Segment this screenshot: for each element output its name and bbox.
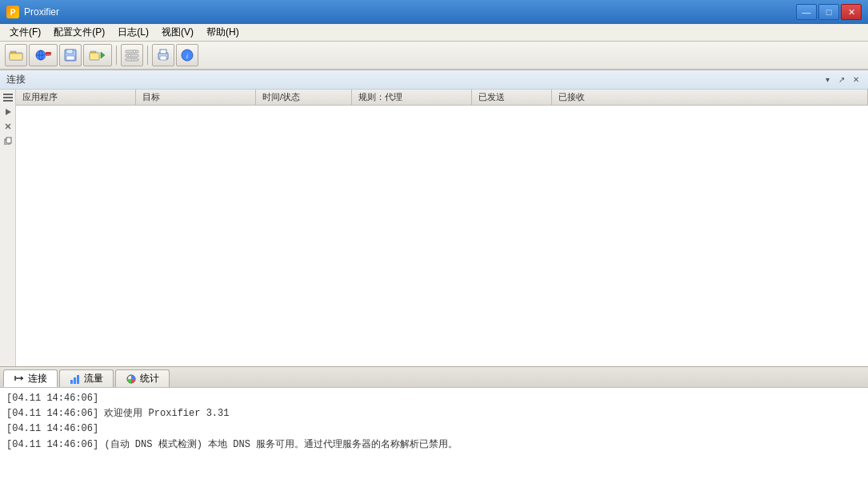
bottom-content: 连接 流量 统计 [04.11 14:46:06] [04.11 14:46:0… xyxy=(0,366,868,503)
tab-connections[interactable]: 连接 xyxy=(3,369,58,387)
traffic-icon xyxy=(70,373,81,385)
copy-icon[interactable] xyxy=(2,134,14,147)
col-sent[interactable]: 已发送 xyxy=(472,90,552,105)
menu-bar: 文件(F) 配置文件(P) 日志(L) 视图(V) 帮助(H) xyxy=(0,24,868,42)
window-title: Proxifier xyxy=(24,6,59,18)
svg-rect-15 xyxy=(126,54,138,57)
col-rule[interactable]: 规则：代理 xyxy=(352,90,472,105)
svg-rect-9 xyxy=(66,50,73,54)
col-time[interactable]: 时间/状态 xyxy=(256,90,352,105)
col-target[interactable]: 目标 xyxy=(136,90,256,105)
globe-button[interactable]: com xyxy=(29,44,58,66)
menu-file[interactable]: 文件(F) xyxy=(3,24,47,41)
panel-close-button[interactable]: ✕ xyxy=(850,74,862,86)
panel-title: 连接 xyxy=(6,73,26,86)
title-left: P Proxifier xyxy=(6,6,59,18)
panel-controls: ▾ ↗ ✕ xyxy=(822,74,862,86)
svg-rect-12 xyxy=(90,53,99,60)
left-icon-bar xyxy=(0,90,16,366)
svg-point-17 xyxy=(134,50,136,53)
minimize-button[interactable]: — xyxy=(796,4,817,20)
separator-2 xyxy=(147,46,148,65)
svg-rect-32 xyxy=(6,138,11,143)
print-button[interactable] xyxy=(152,44,174,66)
toolbar: com xyxy=(0,42,868,70)
svg-marker-34 xyxy=(21,376,23,381)
log-line-4: [04.11 14:46:06] (自动 DNS 模式检测) 本地 DNS 服务… xyxy=(6,437,862,453)
import-button[interactable] xyxy=(83,44,112,66)
tab-stats[interactable]: 统计 xyxy=(115,369,170,387)
connections-area: 应用程序 目标 时间/状态 规则：代理 已发送 已接收 xyxy=(0,90,868,366)
svg-point-18 xyxy=(129,54,131,57)
col-received[interactable]: 已接收 xyxy=(552,90,868,105)
tab-traffic-label: 流量 xyxy=(84,372,103,385)
table-body xyxy=(16,106,868,366)
main-area: 连接 ▾ ↗ ✕ xyxy=(0,70,868,366)
panel-header: 连接 ▾ ↗ ✕ xyxy=(0,70,868,90)
panel-dropdown-button[interactable]: ▾ xyxy=(822,74,833,86)
col-app[interactable]: 应用程序 xyxy=(16,90,136,105)
menu-config[interactable]: 配置文件(P) xyxy=(47,24,111,41)
menu-log[interactable]: 日志(L) xyxy=(111,24,155,41)
title-bar: P Proxifier — □ ✕ xyxy=(0,0,868,24)
info-button[interactable]: i xyxy=(176,44,198,66)
play-icon[interactable] xyxy=(2,106,14,118)
save-button[interactable] xyxy=(59,44,82,66)
connections-icon xyxy=(14,373,25,384)
svg-rect-25 xyxy=(3,94,13,95)
log-line-1: [04.11 14:46:06] xyxy=(6,391,862,406)
tab-stats-label: 统计 xyxy=(140,372,159,385)
log-area[interactable]: [04.11 14:46:06] [04.11 14:46:06] 欢迎使用 P… xyxy=(0,387,868,503)
log-line-2: [04.11 14:46:06] 欢迎使用 Proxifier 3.31 xyxy=(6,406,862,421)
svg-rect-14 xyxy=(126,50,138,53)
panel-float-button[interactable]: ↗ xyxy=(836,74,847,86)
separator-1 xyxy=(116,46,117,65)
maximize-button[interactable]: □ xyxy=(818,4,839,20)
menu-view[interactable]: 视图(V) xyxy=(155,24,200,41)
svg-rect-38 xyxy=(77,375,79,384)
list-icon xyxy=(2,91,14,104)
svg-marker-13 xyxy=(101,52,105,58)
svg-rect-27 xyxy=(3,100,13,102)
svg-rect-10 xyxy=(66,56,74,60)
svg-rect-26 xyxy=(3,97,13,98)
open-file-button[interactable] xyxy=(5,44,27,66)
title-controls: — □ ✕ xyxy=(796,4,862,20)
table-header: 应用程序 目标 时间/状态 规则：代理 已发送 已接收 xyxy=(16,90,868,106)
stop-icon[interactable] xyxy=(2,120,14,133)
svg-rect-36 xyxy=(70,380,73,384)
svg-rect-37 xyxy=(74,377,76,384)
log-line-3: [04.11 14:46:06] xyxy=(6,421,862,437)
svg-text:com: com xyxy=(45,53,52,58)
stats-icon xyxy=(126,373,137,385)
svg-rect-22 xyxy=(160,56,166,60)
tab-connections-label: 连接 xyxy=(28,372,47,385)
bottom-tabs: 连接 流量 统计 xyxy=(0,366,868,387)
svg-point-19 xyxy=(132,58,134,61)
menu-help[interactable]: 帮助(H) xyxy=(200,24,246,41)
svg-rect-2 xyxy=(10,54,22,60)
svg-marker-28 xyxy=(6,109,11,115)
close-button[interactable]: ✕ xyxy=(841,4,862,20)
app-icon: P xyxy=(6,6,19,18)
svg-rect-21 xyxy=(160,50,166,54)
settings-button[interactable] xyxy=(121,44,143,66)
tab-traffic[interactable]: 流量 xyxy=(59,369,114,387)
table-area: 应用程序 目标 时间/状态 规则：代理 已发送 已接收 xyxy=(16,90,868,366)
